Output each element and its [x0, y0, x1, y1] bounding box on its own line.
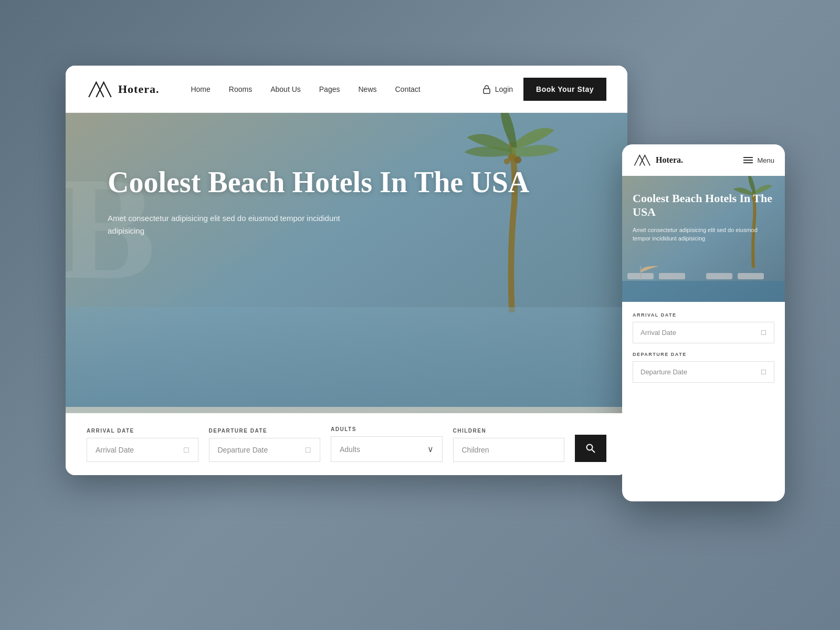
hero-content: Coolest Beach Hotels In The USA Amet con… — [66, 113, 627, 237]
adults-field: ADULTS Adults ∨ — [331, 426, 443, 462]
mobile-departure-placeholder: Departure Date — [640, 368, 687, 376]
logo-text: Hotera. — [118, 82, 159, 96]
adults-placeholder: Adults — [340, 445, 360, 454]
desktop-hero: B Coolest Beach Hotels In — [66, 113, 627, 475]
lock-icon — [482, 85, 491, 94]
mobile-departure-input[interactable]: Departure Date ☐ — [633, 361, 774, 383]
nav-links: Home Rooms About Us Pages News Contact — [191, 85, 482, 93]
mobile-hero-title: Coolest Beach Hotels In The USA — [633, 192, 774, 219]
mobile-departure-label: DEPARTURE DATE — [633, 352, 774, 357]
mobile-navbar: Hotera. Menu — [622, 144, 785, 176]
desktop-navbar: Hotera. Home Rooms About Us Pages News C… — [66, 66, 627, 113]
booking-bar: ARRIVAL DATE Arrival Date ☐ DEPARTURE DA… — [66, 413, 627, 475]
departure-date-field: DEPARTURE DATE Departure Date ☐ — [209, 428, 321, 462]
departure-date-label: DEPARTURE DATE — [209, 428, 321, 434]
logo-icon — [87, 79, 113, 100]
svg-rect-11 — [738, 273, 764, 279]
search-button[interactable] — [575, 435, 606, 462]
beach-water — [66, 307, 627, 412]
nav-about[interactable]: About Us — [270, 85, 301, 93]
children-field: CHILDREN Children — [453, 428, 565, 462]
mobile-arrival-input[interactable]: Arrival Date ☐ — [633, 322, 774, 343]
arrival-date-placeholder: Arrival Date — [96, 446, 134, 454]
mobile-arrival-label: ARRIVAL DATE — [633, 312, 774, 318]
nav-pages[interactable]: Pages — [319, 85, 340, 93]
nav-home[interactable]: Home — [191, 85, 210, 93]
calendar-icon-arrival: ☐ — [183, 446, 190, 454]
svg-point-4 — [587, 445, 593, 450]
nav-contact[interactable]: Contact — [395, 85, 421, 93]
arrival-date-label: ARRIVAL DATE — [87, 428, 198, 434]
desktop-mockup: Hotera. Home Rooms About Us Pages News C… — [66, 66, 627, 475]
search-icon — [585, 443, 596, 454]
departure-date-input[interactable]: Departure Date ☐ — [209, 438, 321, 462]
mobile-mockup: Hotera. Menu — [622, 144, 785, 501]
hamburger-icon — [743, 157, 753, 163]
login-label: Login — [495, 85, 513, 93]
children-placeholder: Children — [462, 446, 489, 454]
adults-label: ADULTS — [331, 426, 443, 432]
chevron-down-icon-adults: ∨ — [427, 444, 434, 454]
arrival-date-field: ARRIVAL DATE Arrival Date ☐ — [87, 428, 198, 462]
mobile-hero-subtitle: Amet consectetur adipisicing elit sed do… — [633, 226, 774, 243]
scene: Hotera. Home Rooms About Us Pages News C… — [39, 39, 801, 591]
mobile-menu-button[interactable]: Menu — [743, 156, 774, 164]
mobile-booking-section: ARRIVAL DATE Arrival Date ☐ DEPARTURE DA… — [622, 302, 785, 393]
departure-date-placeholder: Departure Date — [218, 446, 268, 454]
calendar-icon-mobile-arrival: ☐ — [761, 329, 766, 337]
mobile-arrival-placeholder: Arrival Date — [640, 329, 676, 337]
mobile-hero: Coolest Beach Hotels In The USA Amet con… — [622, 176, 785, 302]
nav-rooms[interactable]: Rooms — [229, 85, 252, 93]
login-button[interactable]: Login — [482, 85, 513, 94]
calendar-icon-mobile-departure: ☐ — [761, 369, 766, 376]
mobile-hero-content: Coolest Beach Hotels In The USA Amet con… — [622, 176, 785, 243]
hero-subtitle: Amet consectetur adipisicing elit sed do… — [108, 212, 370, 237]
children-label: CHILDREN — [453, 428, 565, 434]
menu-label: Menu — [757, 156, 774, 164]
adults-select[interactable]: Adults ∨ — [331, 436, 443, 462]
arrival-date-input[interactable]: Arrival Date ☐ — [87, 438, 198, 462]
svg-rect-0 — [484, 89, 490, 93]
mobile-logo: Hotera. — [633, 153, 683, 167]
svg-rect-9 — [659, 273, 685, 279]
children-input[interactable]: Children — [453, 438, 565, 462]
desktop-logo: Hotera. — [87, 79, 159, 100]
svg-rect-10 — [706, 273, 732, 279]
svg-rect-7 — [622, 281, 785, 302]
mobile-logo-text: Hotera. — [656, 155, 683, 165]
svg-line-5 — [592, 450, 595, 453]
hero-title: Coolest Beach Hotels In The USA — [108, 165, 585, 199]
nav-news[interactable]: News — [358, 85, 376, 93]
mobile-logo-icon — [633, 153, 652, 167]
book-stay-button[interactable]: Book Your Stay — [523, 78, 606, 101]
nav-right: Login Book Your Stay — [482, 78, 606, 101]
calendar-icon-departure: ☐ — [305, 446, 311, 454]
